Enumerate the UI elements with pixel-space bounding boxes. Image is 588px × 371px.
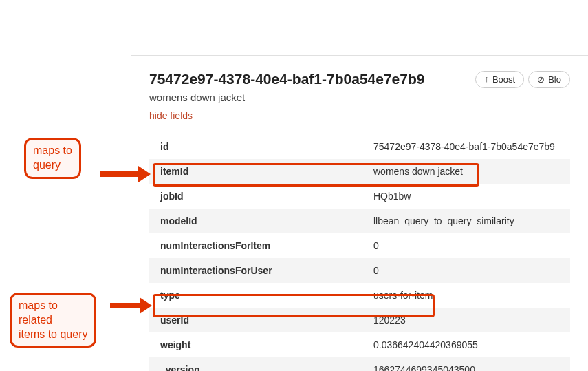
field-value: womens down jacket bbox=[373, 166, 559, 177]
field-key: type bbox=[160, 290, 373, 301]
field-key: weight bbox=[160, 339, 373, 350]
block-button-label: Blo bbox=[548, 74, 561, 85]
field-value: users-for-item bbox=[373, 290, 559, 301]
arrow-up-icon: ↑ bbox=[484, 74, 489, 84]
boost-button-label: Boost bbox=[492, 74, 515, 85]
block-button[interactable]: ⊘ Blo bbox=[528, 71, 570, 88]
field-value: 1662744699345043500 bbox=[373, 364, 559, 371]
field-row: _version_ 1662744699345043500 bbox=[149, 357, 570, 371]
field-value: llbean_query_to_query_similarity bbox=[373, 215, 559, 226]
header-actions: ↑ Boost ⊘ Blo bbox=[475, 71, 570, 88]
field-key: id bbox=[160, 141, 373, 152]
hide-fields-link[interactable]: hide fields bbox=[149, 110, 193, 121]
field-value: 0.036642404420369055 bbox=[373, 339, 559, 350]
field-row: weight 0.036642404420369055 bbox=[149, 332, 570, 357]
record-subtitle: womens down jacket bbox=[149, 92, 475, 103]
field-value: 75472e97-4378-40e4-baf1-7b0a54e7e7b9 bbox=[373, 141, 559, 152]
field-row: type users-for-item bbox=[149, 283, 570, 308]
field-key: itemId bbox=[160, 166, 373, 177]
block-icon: ⊘ bbox=[537, 74, 545, 85]
detail-panel: 75472e97-4378-40e4-baf1-7b0a54e7e7b9 wom… bbox=[131, 55, 588, 371]
field-key: numInteractionsForItem bbox=[160, 240, 373, 251]
field-value: 120223 bbox=[373, 315, 559, 326]
panel-header: 75472e97-4378-40e4-baf1-7b0a54e7e7b9 wom… bbox=[149, 71, 570, 122]
field-key: numInteractionsForUser bbox=[160, 265, 373, 276]
field-value: HQb1bw bbox=[373, 191, 559, 202]
field-row: numInteractionsForUser 0 bbox=[149, 258, 570, 283]
field-row: numInteractionsForItem 0 bbox=[149, 233, 570, 258]
field-value: 0 bbox=[373, 240, 559, 251]
field-key: modelId bbox=[160, 215, 373, 226]
callout-maps-to-query: maps to query bbox=[24, 138, 81, 179]
boost-button[interactable]: ↑ Boost bbox=[475, 71, 524, 88]
callout-maps-to-related: maps to related items to query bbox=[10, 293, 96, 348]
field-row: jobId HQb1bw bbox=[149, 184, 570, 209]
field-table: id 75472e97-4378-40e4-baf1-7b0a54e7e7b9 … bbox=[149, 134, 570, 371]
field-row: itemId womens down jacket bbox=[149, 159, 570, 184]
field-value: 0 bbox=[373, 265, 559, 276]
field-row: modelId llbean_query_to_query_similarity bbox=[149, 209, 570, 233]
field-row: id 75472e97-4378-40e4-baf1-7b0a54e7e7b9 bbox=[149, 134, 570, 159]
field-row: userId 120223 bbox=[149, 308, 570, 332]
field-key: _version_ bbox=[160, 364, 373, 371]
title-group: 75472e97-4378-40e4-baf1-7b0a54e7e7b9 wom… bbox=[149, 71, 475, 122]
field-key: userId bbox=[160, 315, 373, 326]
field-key: jobId bbox=[160, 191, 373, 202]
record-title: 75472e97-4378-40e4-baf1-7b0a54e7e7b9 bbox=[149, 71, 475, 87]
